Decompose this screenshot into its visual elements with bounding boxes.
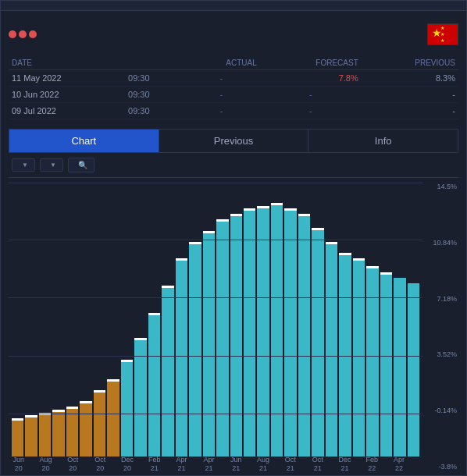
impact-row: ★ ★ ★ ★ ★ [9,23,458,45]
x-label-group: Jun21 [230,456,243,473]
bar-group [284,181,296,456]
bar [12,418,23,456]
bar [25,415,37,456]
bar [107,379,119,456]
bar [230,214,242,456]
bar [189,242,201,456]
table-header-row: DATE ACTUAL FORECAST PREVIOUS [9,56,458,70]
bar-dropdown[interactable]: ▼ [40,158,63,172]
col-forecast: FORECAST [260,56,362,70]
bar-group [216,181,228,456]
cell-forecast: 7.8% [260,70,362,87]
x-label-bottom: 20 [66,464,80,473]
content-area: ★ ★ ★ ★ ★ DATE ACTUAL [1,11,466,475]
cell-previous: - [362,87,458,103]
x-label-top: Feb [365,456,379,464]
x-label-top: Oct [93,456,106,464]
bar-group [271,181,283,456]
bar [326,242,337,456]
bar [216,219,228,456]
bar-group [25,181,37,456]
tab-previous[interactable]: Previous [159,130,309,152]
events-tbody: 11 May 2022 09:30 - 7.8% 8.3% 10 Jun 202… [9,70,458,119]
bar-white-top [298,214,310,216]
bar-white-top [366,266,378,268]
x-label-group: Dec21 [338,456,351,473]
bar-white-top [216,219,228,222]
bar-group [189,181,201,456]
x-label-bottom: 21 [311,464,324,473]
x-label-top: Apr [202,456,216,464]
bar-group [203,181,215,456]
cell-forecast: - [260,103,362,119]
bar-group [176,181,187,456]
y-label-2: 10.84% [433,239,457,247]
bar [380,272,392,457]
bar-white-top [230,214,242,216]
bar-white-top [257,206,269,208]
x-label-group: Oct20 [93,456,106,473]
x-label-top: Feb [148,456,161,464]
bar-group [380,181,392,456]
x-label-bottom: 20 [12,464,25,473]
x-label-group: Apr21 [202,456,216,473]
x-label-top: Aug [39,456,52,464]
bar [80,401,91,456]
bar-group [94,181,105,456]
col-time [125,56,183,70]
bar-white-top [94,390,105,393]
bar [244,208,255,456]
y-axis-labels: 14.5% 10.84% 7.18% 3.52% -0.14% -3.8% [433,181,457,472]
bar-white-top [284,208,296,211]
dropdown2-arrow: ▼ [50,162,56,169]
grid-line-2 [9,240,422,240]
bar [257,206,269,456]
x-label-group: Oct21 [283,456,297,473]
bar-group [339,181,351,456]
flag-star-s3: ★ [440,38,444,44]
y-label-4: 3.52% [433,350,457,358]
bar-group [148,181,160,456]
x-label-group: Apr21 [175,456,188,473]
actual-forecast-dropdown[interactable]: ▼ [12,158,35,172]
bar [312,228,323,456]
bar [203,231,215,456]
x-label-bottom: 21 [283,464,297,473]
bar-group [230,181,242,456]
cell-time: 09:30 [125,103,183,119]
bar-group [394,181,405,456]
dropdown1-arrow: ▼ [22,162,28,169]
x-label-bottom: 21 [230,464,243,473]
dot-1 [9,30,16,38]
chart-area: 14.5% 10.84% 7.18% 3.52% -0.14% -3.8% Ju… [9,178,458,475]
col-previous: PREVIOUS [362,56,458,70]
bar-white-top [271,203,283,205]
y-label-1: 14.5% [433,183,457,190]
x-label-top: Jun [12,456,25,464]
bar-white-top [52,410,64,412]
x-label-bottom: 21 [256,464,269,473]
chart-inner: 14.5% 10.84% 7.18% 3.52% -0.14% -3.8% Ju… [9,181,458,472]
flag-stars-small: ★ ★ ★ ★ [440,26,444,45]
table-row: 09 Jul 2022 09:30 - - - [9,103,458,119]
bar-group [298,181,310,456]
bar-group [326,181,337,456]
bars-container [9,181,422,456]
tab-chart[interactable]: Chart [9,130,159,152]
tab-info[interactable]: Info [308,130,458,152]
bar-group [107,181,119,456]
bar [408,283,419,456]
bar-group [162,181,173,456]
main-window: ★ ★ ★ ★ ★ DATE ACTUAL [0,0,467,476]
legend-button[interactable]: 🔍 [68,158,94,172]
x-label-group: Dec20 [120,456,134,473]
chart-controls: ▼ ▼ 🔍 [9,153,458,178]
bar-group [366,181,378,456]
x-label-bottom: 22 [365,464,379,473]
bar-group [408,181,419,456]
x-label-group: Feb22 [365,456,379,473]
impact-dots [9,30,37,38]
y-label-3: 7.18% [433,295,457,303]
cell-time: 09:30 [125,87,183,103]
bar-white-top [66,407,78,409]
